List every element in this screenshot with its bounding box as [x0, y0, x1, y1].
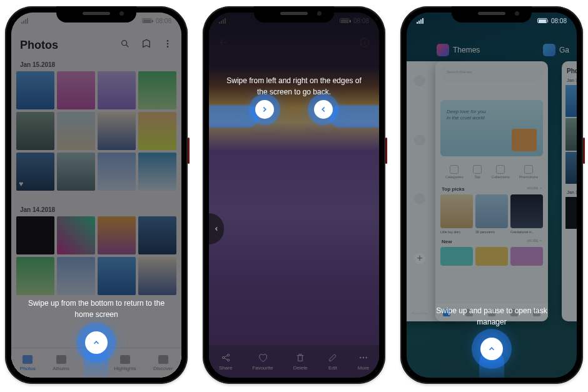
section-new: NewMORE > — [435, 235, 548, 246]
swipe-up-pause-indicator — [480, 338, 503, 360]
svg-point-3 — [167, 46, 169, 48]
svg-point-5 — [222, 356, 224, 358]
favourite-button[interactable]: Favourite — [252, 353, 273, 371]
battery-icon — [537, 18, 547, 23]
battery-icon — [340, 18, 350, 23]
notch — [254, 6, 334, 23]
svg-point-6 — [227, 354, 229, 356]
task-label-gallery: Ga — [543, 44, 569, 56]
dock-slot[interactable] — [414, 134, 425, 146]
more-icon[interactable] — [163, 39, 173, 51]
signal-icon — [417, 18, 423, 24]
phone-gesture-recents: Themes Ga + Favourite Search themes Deep… — [400, 6, 583, 384]
section-top-picks: Top picksMORE > — [435, 183, 548, 193]
photos-mini-date: Jan 15.2018 — [562, 77, 577, 84]
photos-title: Photos — [20, 39, 58, 52]
screen: Themes Ga + Favourite Search themes Deep… — [407, 13, 577, 378]
svg-point-7 — [227, 359, 229, 361]
favourites-dock: + Favourite — [414, 75, 425, 315]
tab-albums[interactable]: Albums — [53, 355, 69, 371]
svg-point-2 — [167, 43, 169, 45]
swipe-trail-left — [209, 105, 259, 128]
tab-photos[interactable]: Photos — [20, 355, 36, 371]
swipe-right-indicator — [255, 100, 274, 119]
photos-header: Photos — [11, 31, 181, 59]
notch — [56, 6, 136, 23]
cat-top[interactable]: Top — [473, 165, 482, 179]
themes-search[interactable]: Search themes — [440, 65, 543, 81]
power-button[interactable] — [188, 138, 190, 164]
favourite-icon: ♥ — [19, 179, 23, 188]
themes-hero[interactable]: Deep love for youin the cruel world — [440, 100, 543, 156]
cat-promotions[interactable]: Promotions — [519, 165, 538, 179]
edit-button[interactable]: Edit — [328, 353, 338, 371]
more-button[interactable]: More — [358, 353, 369, 371]
themes-app-icon — [437, 44, 449, 56]
info-icon[interactable] — [359, 37, 370, 51]
themes-categories: Categories Top Collections Promotions — [435, 161, 548, 183]
photos-mini-date: Jan 14.2018 — [562, 189, 577, 196]
task-label-themes: Themes — [437, 44, 480, 56]
photo-viewer[interactable] — [209, 13, 379, 378]
dock-slot[interactable] — [414, 75, 425, 86]
status-time: 08:08 — [353, 18, 369, 24]
instruction-text: Swipe up and pause to open task manager — [407, 305, 577, 328]
svg-point-0 — [122, 41, 127, 46]
photos-mini-title: Photos — [562, 61, 577, 77]
svg-point-1 — [167, 40, 169, 42]
gallery-app-icon — [543, 44, 555, 56]
swipe-trail-right — [329, 105, 379, 128]
battery-icon — [142, 18, 152, 23]
dock-add-icon[interactable]: + — [414, 253, 425, 264]
photos-app: Photos Jan 15.2018 ♥ Jan 14.2018 — [11, 13, 181, 378]
more-link[interactable]: MORE > — [527, 239, 542, 244]
screen: Photos Jan 15.2018 ♥ Jan 14.2018 — [11, 13, 181, 378]
search-icon[interactable] — [120, 39, 130, 51]
viewer-actions: Share Favourite Delete Edit More — [209, 345, 379, 378]
screen: Share Favourite Delete Edit More 08:08 S… — [209, 13, 379, 378]
date-header-2: Jan 14.2018 — [20, 206, 55, 213]
top-picks-row[interactable]: Little boy diary 3D panoramic Gravitatio… — [435, 193, 548, 235]
signal-icon — [219, 18, 226, 24]
tab-discover[interactable]: Discover — [153, 355, 173, 371]
swipe-left-indicator — [314, 100, 333, 119]
dock-slot[interactable] — [414, 193, 425, 204]
task-card-photos[interactable]: Photos Jan 15.2018 Jan 14.2018 — [562, 61, 577, 321]
svg-point-8 — [360, 356, 361, 358]
cat-collections[interactable]: Collections — [491, 165, 509, 179]
svg-point-9 — [363, 356, 364, 358]
viewer-top-bar — [209, 33, 379, 55]
new-row[interactable] — [435, 246, 548, 288]
status-time: 08:08 — [551, 18, 567, 24]
date-header-1: Jan 15.2018 — [20, 61, 55, 68]
notch — [452, 6, 532, 23]
map-icon[interactable] — [141, 39, 151, 51]
phone-gesture-back: Share Favourite Delete Edit More 08:08 S… — [203, 6, 385, 384]
status-time: 08:08 — [156, 18, 171, 24]
instruction-text: Swipe from left and right on the edges o… — [209, 75, 379, 98]
svg-point-10 — [365, 356, 367, 358]
cat-categories[interactable]: Categories — [445, 165, 464, 179]
tab-highlights[interactable]: Highlights — [114, 355, 136, 371]
instruction-text: Swipe up from the bottom to return to th… — [11, 298, 181, 320]
power-button[interactable] — [583, 138, 585, 164]
delete-button[interactable]: Delete — [293, 353, 308, 371]
photo-grid-2[interactable] — [16, 216, 176, 295]
phone-gesture-home: Photos Jan 15.2018 ♥ Jan 14.2018 — [5, 6, 188, 384]
share-button[interactable]: Share — [219, 353, 232, 371]
back-icon[interactable] — [218, 37, 229, 51]
task-card-themes[interactable]: Search themes Deep love for youin the cr… — [435, 61, 548, 321]
power-button[interactable] — [385, 138, 387, 164]
swipe-up-indicator — [85, 331, 108, 354]
signal-icon — [21, 18, 28, 24]
more-link[interactable]: MORE > — [527, 186, 542, 192]
photo-grid-1[interactable]: ♥ — [16, 71, 176, 191]
